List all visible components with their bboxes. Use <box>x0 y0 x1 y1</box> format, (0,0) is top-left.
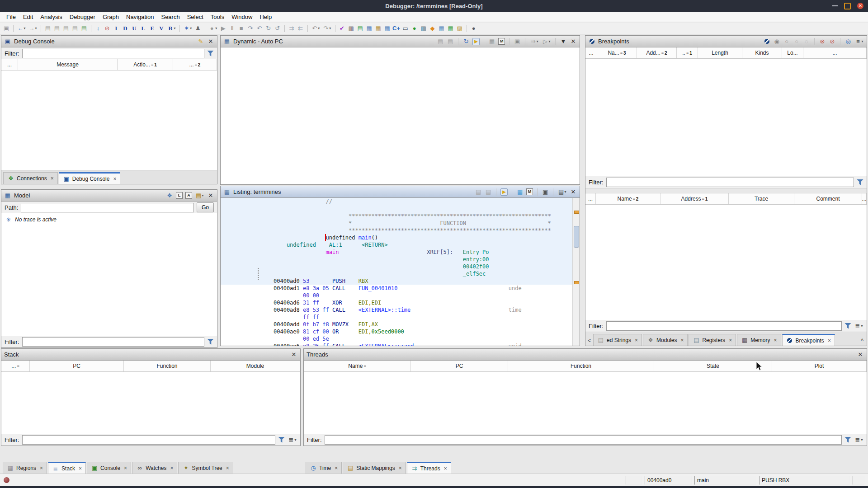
run-script-icon[interactable]: ● <box>411 25 418 32</box>
tab-time[interactable]: ◷Time× <box>306 462 342 474</box>
menu-search[interactable]: Search <box>157 13 183 21</box>
letter-v-button[interactable]: V <box>158 25 165 32</box>
scrollbar-thumb[interactable] <box>574 226 579 248</box>
menu-edit[interactable]: Edit <box>19 13 37 21</box>
filter-breakpoints-icon[interactable]: ◎ <box>844 38 852 45</box>
menu-help[interactable]: Help <box>256 13 275 21</box>
dropdown-arrow-icon[interactable]: ▼ <box>861 40 864 43</box>
filter-input[interactable] <box>606 178 854 187</box>
tab-symbol-tree[interactable]: ✦Symbol Tree× <box>178 462 233 474</box>
validate-icon[interactable]: ✔ <box>339 25 346 32</box>
data-type-manager-icon[interactable]: ▤ <box>357 25 364 32</box>
export-table-icon[interactable]: ▦ <box>447 25 454 32</box>
dropdown-arrow-icon[interactable]: ▼ <box>34 27 38 30</box>
close-tab-icon[interactable]: × <box>399 465 402 471</box>
close-tab-icon[interactable]: × <box>635 337 638 343</box>
tab-debug-console[interactable]: ▣Debug Console× <box>59 172 121 184</box>
make-breakpoints-effective-icon[interactable]: ⊘ <box>829 38 836 45</box>
close-icon[interactable]: ✕ <box>207 192 214 199</box>
column-header-actio[interactable]: Actio...≡1 <box>118 59 173 70</box>
filter-input[interactable] <box>22 337 205 347</box>
close-tab-icon[interactable]: × <box>774 337 777 343</box>
column-header-add[interactable]: Add...≡2 <box>637 47 677 58</box>
tab-memory[interactable]: ▦Memory× <box>737 334 781 346</box>
enable-all-breakpoints-icon[interactable]: ◉ <box>773 38 780 45</box>
dropdown-arrow-icon[interactable]: ▼ <box>173 27 176 30</box>
paste-icon[interactable]: ▤ <box>447 38 454 45</box>
close-tab-icon[interactable]: × <box>40 465 43 471</box>
track-location-icon[interactable]: ► <box>472 38 480 45</box>
drag-handle[interactable] <box>258 268 259 280</box>
panel-menu-icon[interactable]: ▼ <box>560 38 567 45</box>
program-tree-icon[interactable]: ▦ <box>375 25 382 32</box>
column-header-message[interactable]: Message <box>18 59 118 70</box>
column-header-plot[interactable]: Plot <box>772 361 867 371</box>
close-tab-icon[interactable]: × <box>444 465 447 472</box>
letter-d-button[interactable]: D <box>122 25 129 32</box>
step-over-icon[interactable]: ↶ <box>256 25 263 32</box>
dropdown-arrow-icon[interactable]: ▼ <box>215 27 218 30</box>
interrupt-icon[interactable]: Ⅱ <box>229 25 236 32</box>
tab-ed-strings[interactable]: ▤ed Strings× <box>593 334 642 346</box>
column-header-function[interactable]: Function <box>124 361 211 371</box>
step-into-icon[interactable]: ↷ <box>247 25 254 32</box>
filter-input[interactable] <box>606 321 842 331</box>
skip-back-icon[interactable]: ⇇ <box>297 25 304 32</box>
column-header-more[interactable]: ...≡2 <box>173 59 217 70</box>
snapshot-camera-icon[interactable]: ▣ <box>542 188 549 196</box>
column-header-kinds[interactable]: Kinds <box>742 47 782 58</box>
column-header-lo[interactable]: Lo... <box>782 47 803 58</box>
listing-content[interactable]: //**************************************… <box>221 198 580 346</box>
register-person-icon[interactable]: ♟ <box>194 25 202 32</box>
tab-breakpoints[interactable]: Breakpoints× <box>782 334 835 346</box>
tab-stack[interactable]: ≣Stack× <box>48 462 86 474</box>
column-header-more[interactable]: ... <box>585 193 596 204</box>
column-header-more[interactable]: ..≡1 <box>677 47 698 58</box>
symbol-table-icon[interactable]: ▦ <box>366 25 373 32</box>
dropdown-arrow-icon[interactable]: ▼ <box>23 27 26 30</box>
paste-icon[interactable]: ▤ <box>485 188 492 196</box>
filter-funnel-icon[interactable] <box>857 179 863 185</box>
close-tab-icon[interactable]: × <box>124 465 127 471</box>
tab-registers[interactable]: ▤Registers× <box>689 334 736 346</box>
close-tab-icon[interactable]: × <box>828 338 831 344</box>
tab-scroll-left-icon[interactable]: < <box>587 338 592 346</box>
paste-icon[interactable]: ▤ <box>62 25 70 32</box>
column-header-name[interactable]: Name≡2 <box>596 193 660 204</box>
close-icon[interactable]: ✕ <box>207 38 214 45</box>
column-header-more[interactable]: ... <box>803 47 867 58</box>
sync-static-icon[interactable]: ▦ <box>488 38 495 45</box>
clear-console-icon[interactable]: ✎ <box>197 38 204 45</box>
go-button[interactable]: Go <box>197 202 214 212</box>
terminal-icon[interactable]: ▭ <box>402 25 409 32</box>
enable-breakpoint-icon[interactable] <box>763 38 770 45</box>
menu-window[interactable]: Window <box>228 13 256 21</box>
filter-input[interactable] <box>325 435 842 445</box>
module-map-icon[interactable]: M <box>526 188 533 195</box>
snapshot-camera-icon[interactable]: ▣ <box>514 38 521 45</box>
menu-select[interactable]: Select <box>184 13 207 21</box>
dynamic-body[interactable] <box>221 47 580 184</box>
column-header-na[interactable]: Na...≡3 <box>597 47 637 58</box>
world-icon[interactable]: ● <box>470 25 477 32</box>
kill-icon[interactable]: ■ <box>238 25 245 32</box>
close-tab-icon[interactable]: × <box>51 175 54 182</box>
skip-over-icon[interactable]: ⇉ <box>288 25 295 32</box>
copy-special-icon[interactable]: ▤ <box>53 25 61 32</box>
tab-threads[interactable]: ⇉Threads× <box>407 462 451 474</box>
code-graph-icon[interactable]: C+ <box>393 25 400 32</box>
tab-modules[interactable]: ❖Modules× <box>643 334 688 346</box>
dropdown-arrow-icon[interactable]: ▼ <box>189 27 193 30</box>
close-icon[interactable]: ✕ <box>570 38 577 45</box>
tab-console[interactable]: ▣Console× <box>87 462 131 474</box>
filter-input[interactable] <box>22 435 276 445</box>
refresh-icon[interactable]: ↻ <box>462 38 470 45</box>
show-attributes-icon[interactable]: A <box>185 192 192 199</box>
close-icon[interactable]: ✕ <box>570 188 577 196</box>
column-header-more[interactable]: ... <box>862 193 867 204</box>
menu-graph[interactable]: Graph <box>99 13 123 21</box>
column-header-state[interactable]: State <box>654 361 772 371</box>
sync-static-icon[interactable]: ▦ <box>516 188 524 196</box>
memory-bytes-icon[interactable]: ▥ <box>348 25 355 32</box>
dropdown-arrow-icon[interactable]: ▼ <box>329 27 332 30</box>
